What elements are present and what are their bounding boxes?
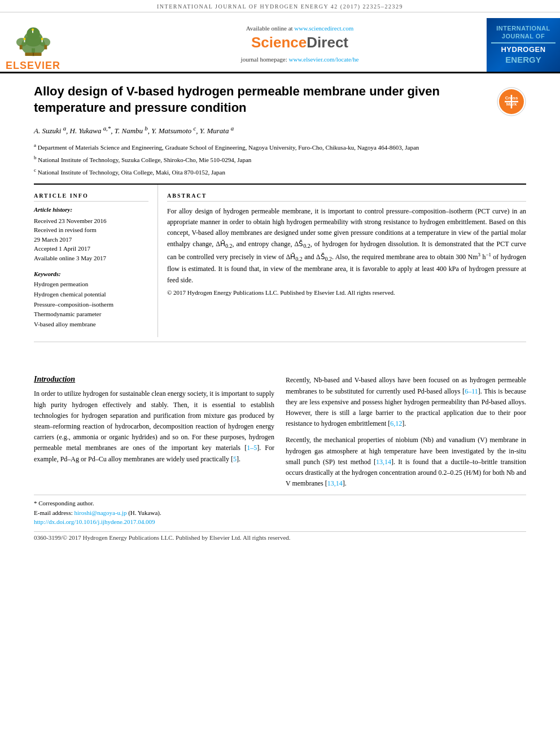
- keywords-label: Keywords:: [34, 270, 148, 277]
- main-content: Introduction In order to utilize hydroge…: [34, 375, 526, 489]
- introduction-heading: Introduction: [34, 375, 274, 384]
- svg-point-13: [32, 28, 34, 30]
- intro-right-column: Recently, Nb-based and V-based alloys ha…: [286, 375, 526, 489]
- article-title: Alloy design of V-based hydrogen permeab…: [34, 84, 485, 116]
- history-revised-label: Received in revised form: [34, 225, 148, 235]
- ref-13-14-b-link[interactable]: 13,14: [327, 479, 343, 487]
- sciencedirect-url[interactable]: www.sciencedirect.com: [294, 25, 353, 32]
- keywords-section: Keywords: Hydrogen permeation Hydrogen c…: [34, 270, 148, 329]
- footnote-section: * Corresponding author. E-mail address: …: [34, 495, 526, 527]
- affiliation-a: a Department of Materials Science and En…: [34, 142, 485, 152]
- keyword-2: Hydrogen chemical potential: [34, 290, 148, 300]
- ref-13-14-link[interactable]: 13,14: [376, 458, 391, 466]
- article-info-abstract: ARTICLE INFO Article history: Received 2…: [34, 185, 526, 337]
- history-received: Received 23 November 2016: [34, 216, 148, 226]
- authors-line: A. Suzuki a, H. Yukawa a,*, T. Nambu b, …: [34, 125, 485, 136]
- affiliation-b: b National Institute of Technology, Suzu…: [34, 154, 485, 164]
- ref-6-11-link[interactable]: 6–11: [465, 387, 478, 395]
- hydrogen-energy-badge: INTERNATIONAL JOURNAL OF HYDROGEN ENERGY: [487, 18, 560, 72]
- affiliation-c: c National Institute of Technology, Oita…: [34, 167, 485, 177]
- intro-paragraph-1: In order to utilize hydrogen for sustain…: [34, 388, 274, 464]
- svg-point-12: [41, 38, 43, 40]
- crossmark-icon: Cross Mark: [497, 87, 526, 116]
- ref-6-12-link[interactable]: 6,12: [390, 420, 402, 427]
- journal-homepage: journal homepage: www.elsevier.com/locat…: [241, 56, 359, 63]
- sciencedirect-section: Available online at www.sciencedirect.co…: [113, 18, 487, 72]
- keyword-5: V-based alloy membrane: [34, 320, 148, 330]
- journal-banner: INTERNATIONAL JOURNAL OF HYDROGEN ENERGY…: [0, 0, 560, 12]
- badge-line3: ENERGY: [491, 54, 555, 65]
- spacer: [0, 347, 560, 364]
- doi-note: http://dx.doi.org/10.1016/j.ijhydene.201…: [34, 517, 526, 527]
- elsevier-tree-icon: [8, 18, 59, 58]
- sciencedirect-logo: ScienceDirect: [251, 34, 348, 51]
- svg-point-11: [23, 38, 25, 40]
- intro-paragraph-2: Recently, Nb-based and V-based alloys ha…: [286, 375, 526, 429]
- elsevier-label: ELSEVIER: [6, 60, 60, 72]
- article-header: Alloy design of V-based hydrogen permeab…: [0, 73, 560, 184]
- abstract-text: For alloy design of hydrogen permeable m…: [167, 206, 526, 286]
- article-info-heading: ARTICLE INFO: [34, 193, 148, 202]
- intro-paragraph-3: Recently, the mechanical properties of n…: [286, 435, 526, 489]
- abstract-heading: ABSTRACT: [167, 193, 526, 202]
- svg-rect-6: [19, 45, 22, 50]
- section-divider: [34, 342, 526, 342]
- ref-5-link[interactable]: 5: [233, 455, 237, 463]
- available-online-text: Available online at www.sciencedirect.co…: [246, 25, 354, 32]
- email-link[interactable]: hiroshi@nagoya-u.jp: [74, 509, 126, 516]
- keyword-1: Hydrogen permeation: [34, 279, 148, 290]
- elsevier-logo-section: ELSEVIER: [0, 18, 113, 72]
- keyword-3: Pressure–composition–isotherm: [34, 300, 148, 310]
- corresponding-author-note: * Corresponding author.: [34, 499, 526, 508]
- keyword-4: Thermodynamic parameter: [34, 309, 148, 320]
- bottom-info-section: 0360-3199/© 2017 Hydrogen Energy Publica…: [34, 531, 526, 541]
- history-online: Available online 3 May 2017: [34, 254, 148, 263]
- intro-left-column: Introduction In order to utilize hydroge…: [34, 375, 274, 489]
- crossmark-badge[interactable]: Cross Mark: [497, 87, 526, 119]
- badge-line2: HYDROGEN: [491, 45, 555, 55]
- doi-link[interactable]: http://dx.doi.org/10.1016/j.ijhydene.201…: [34, 518, 155, 525]
- badge-line1: INTERNATIONAL JOURNAL OF: [491, 24, 555, 41]
- abstract-column: ABSTRACT For alloy design of hydrogen pe…: [167, 185, 526, 337]
- svg-rect-15: [33, 53, 34, 56]
- bottom-copyright-text: 0360-3199/© 2017 Hydrogen Energy Publica…: [34, 534, 526, 541]
- history-accepted: Accepted 1 April 2017: [34, 244, 148, 254]
- banner-text: INTERNATIONAL JOURNAL OF HYDROGEN ENERGY…: [157, 3, 403, 10]
- journal-homepage-link[interactable]: www.elsevier.com/locate/he: [289, 56, 359, 63]
- article-info-column: ARTICLE INFO Article history: Received 2…: [34, 185, 158, 337]
- email-note: E-mail address: hiroshi@nagoya-u.jp (H. …: [34, 508, 526, 518]
- article-title-block: Alloy design of V-based hydrogen permeab…: [34, 84, 497, 179]
- history-revised-date: 29 March 2017: [34, 235, 148, 244]
- history-label: Article history:: [34, 206, 148, 213]
- ref-1-5-link[interactable]: 1–5: [247, 444, 257, 452]
- svg-rect-7: [44, 45, 47, 50]
- abstract-copyright: © 2017 Hydrogen Energy Publications LLC.…: [167, 289, 526, 296]
- journal-header: ELSEVIER Available online at www.science…: [0, 12, 560, 73]
